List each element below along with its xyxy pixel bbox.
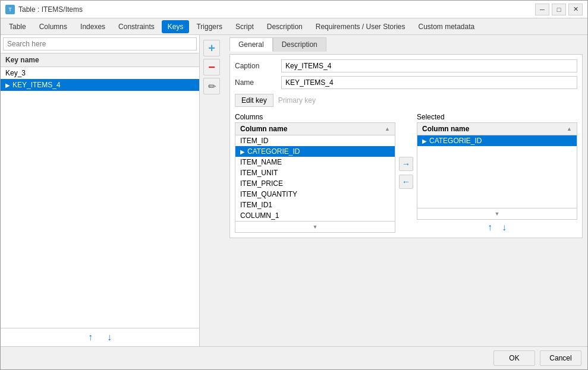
available-columns-container: Columns Column name ▲ ITEM_ID [235, 113, 395, 233]
cancel-button[interactable]: Cancel [540, 350, 581, 366]
columns-section: Columns Column name ▲ ITEM_ID [235, 113, 577, 233]
avail-col-5[interactable]: ITEM_QUANTITY [235, 189, 395, 200]
avail-col-2[interactable]: ITEM_NAME [235, 157, 395, 167]
footer: OK Cancel [1, 346, 587, 369]
key-list-header: Key name [1, 53, 199, 67]
right-content: General Description Caption Name [225, 37, 583, 238]
avail-scroll-down: ▼ [313, 224, 318, 230]
sel-col-0-label: CATEGORIE_ID [429, 137, 482, 145]
avail-col-3[interactable]: ITEM_UNIT [235, 167, 395, 178]
menu-columns[interactable]: Columns [33, 20, 73, 33]
menubar: Table Columns Indexes Constraints Keys T… [1, 18, 587, 35]
minimize-button[interactable]: ─ [535, 4, 549, 15]
move-down-button[interactable]: ↓ [107, 332, 112, 343]
edit-key-button[interactable]: Edit key [235, 94, 273, 107]
key-list-item-0[interactable]: Key_3 [1, 67, 199, 79]
left-bottom-controls: ↑ ↓ [1, 328, 199, 346]
available-bottom-controls: ▼ [235, 221, 395, 232]
search-box [1, 35, 199, 53]
maximize-button[interactable]: □ [552, 4, 566, 15]
available-columns-header-label: Column name [240, 125, 287, 133]
menu-table[interactable]: Table [3, 20, 32, 33]
window-title: Table : ITEMS/Items [18, 5, 83, 14]
key-list-header-label: Key name [5, 56, 39, 64]
selected-move-up-button[interactable]: ↑ [488, 222, 492, 233]
avail-col-6[interactable]: ITEM_ID1 [235, 200, 395, 210]
tabs-row: General Description [229, 37, 583, 52]
caption-label: Caption [235, 62, 276, 70]
move-up-button[interactable]: ↑ [88, 332, 93, 343]
ok-button[interactable]: OK [493, 350, 535, 366]
menu-keys[interactable]: Keys [162, 20, 190, 33]
menu-description[interactable]: Description [261, 20, 309, 33]
titlebar: T Table : ITEMS/Items ─ □ ✕ [1, 1, 587, 18]
caption-row: Caption [235, 59, 577, 72]
titlebar-controls: ─ □ ✕ [535, 4, 583, 15]
content-area: Key name Key_3 ▶ KEY_ITEMS_4 ↑ ↓ [1, 35, 587, 346]
menu-requirements[interactable]: Requirements / User Stories [310, 20, 411, 33]
name-row: Name [235, 76, 577, 89]
name-label: Name [235, 78, 276, 87]
tab-description[interactable]: Description [273, 37, 326, 52]
menu-indexes[interactable]: Indexes [74, 20, 111, 33]
key-list-item-1[interactable]: ▶ KEY_ITEMS_4 [1, 79, 199, 91]
selected-label: Selected [417, 113, 577, 121]
edit-key-icon-button[interactable]: ✏ [203, 78, 220, 94]
right-panel: + − ✏ General Description Captio [200, 35, 587, 346]
titlebar-left: T Table : ITEMS/Items [5, 5, 83, 14]
available-columns-box: Column name ▲ ITEM_ID ▶ CATEGORIE_ID [235, 122, 395, 233]
window-icon: T [5, 5, 15, 14]
avail-col-1[interactable]: ▶ CATEGORIE_ID [235, 146, 395, 157]
transfer-buttons: → ← [397, 113, 416, 233]
avail-col-0[interactable]: ITEM_ID [235, 135, 395, 146]
selected-columns-container: Selected Column name ▲ ▶ [417, 113, 577, 233]
sel-scroll-down: ▼ [495, 211, 500, 217]
key-list-item-1-label: KEY_ITEMS_4 [12, 81, 61, 89]
key-arrow-icon: ▶ [5, 82, 10, 88]
selected-move-controls: ↑ ↓ [417, 220, 577, 233]
menu-script[interactable]: Script [229, 20, 260, 33]
available-columns-list[interactable]: ITEM_ID ▶ CATEGORIE_ID ITEM_NAME ITEM_UN… [235, 135, 395, 221]
close-button[interactable]: ✕ [568, 4, 583, 15]
selected-columns-box: Column name ▲ ▶ CATEGORIE_ID [417, 122, 577, 220]
left-panel: Key name Key_3 ▶ KEY_ITEMS_4 ↑ ↓ [1, 35, 200, 346]
sel-arrow-icon: ▶ [422, 138, 427, 144]
sel-scroll-indicator: ▲ [567, 126, 572, 132]
available-columns-header: Column name ▲ [235, 123, 395, 135]
tab-content: Caption Name Edit key Primary key [229, 54, 583, 238]
action-and-tabs: + − ✏ General Description Captio [200, 37, 583, 238]
caption-input[interactable] [281, 59, 577, 72]
menu-constraints[interactable]: Constraints [112, 20, 161, 33]
avail-col-4[interactable]: ITEM_PRICE [235, 178, 395, 189]
selected-move-down-button[interactable]: ↓ [502, 222, 507, 233]
transfer-left-button[interactable]: ← [399, 175, 413, 189]
menu-triggers[interactable]: Triggers [190, 20, 228, 33]
avail-col-7[interactable]: COLUMN_1 [235, 210, 395, 221]
avail-scroll-indicator: ▲ [385, 126, 390, 132]
edit-key-row: Edit key Primary key [235, 94, 577, 107]
key-list[interactable]: Key_3 ▶ KEY_ITEMS_4 [1, 67, 199, 328]
tab-general[interactable]: General [229, 37, 273, 52]
action-buttons: + − ✏ [200, 37, 225, 97]
menu-custom-metadata[interactable]: Custom metadata [413, 20, 481, 33]
primary-key-label: Primary key [278, 96, 316, 105]
key-list-item-0-label: Key_3 [5, 69, 26, 77]
add-key-button[interactable]: + [203, 40, 220, 56]
selected-columns-list[interactable]: ▶ CATEGORIE_ID [417, 135, 577, 208]
selected-columns-header: Column name ▲ [417, 123, 577, 135]
sel-col-0[interactable]: ▶ CATEGORIE_ID [417, 135, 577, 146]
remove-key-button[interactable]: − [203, 59, 220, 75]
search-input[interactable] [3, 37, 197, 50]
selected-columns-header-label: Column name [422, 125, 469, 133]
name-input[interactable] [281, 76, 577, 89]
transfer-right-button[interactable]: → [399, 157, 413, 171]
main-window: T Table : ITEMS/Items ─ □ ✕ Table Column… [0, 0, 588, 370]
columns-label: Columns [235, 113, 395, 121]
selected-bottom-controls: ▼ [417, 208, 577, 219]
avail-arrow-icon: ▶ [240, 148, 245, 155]
avail-col-1-label: CATEGORIE_ID [247, 147, 300, 156]
